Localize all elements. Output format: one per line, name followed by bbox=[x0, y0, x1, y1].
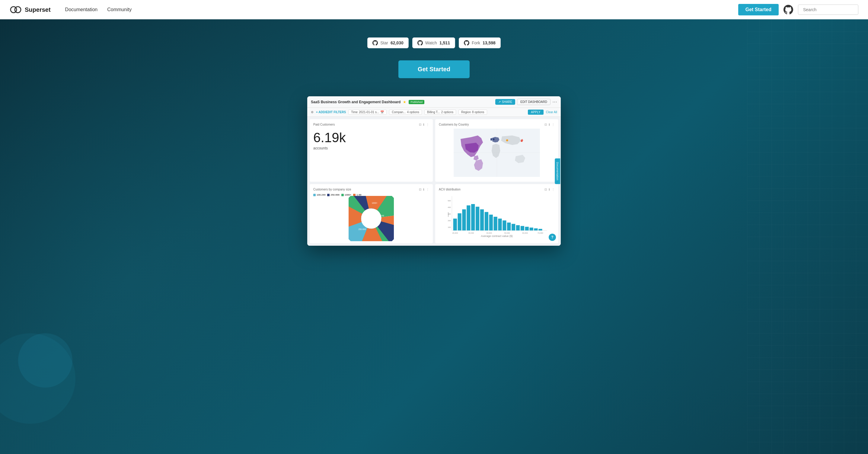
paid-customers-label: accounts bbox=[313, 146, 429, 150]
filter-billing-options: 2 options bbox=[441, 111, 454, 114]
svg-rect-25 bbox=[480, 210, 484, 231]
dashboard-published-badge: Published bbox=[409, 100, 424, 104]
github-watch-button[interactable]: Watch 1,511 bbox=[412, 37, 455, 48]
dashboard-title-row: SaaS Business Growth and Engagement Dash… bbox=[311, 100, 424, 104]
more-icon[interactable]: ⋮ bbox=[426, 123, 429, 126]
svg-rect-28 bbox=[494, 217, 497, 231]
svg-point-11 bbox=[351, 198, 392, 239]
paid-customers-actions: ⊡ ℹ ⋮ bbox=[419, 123, 429, 126]
filter-company-options: 4 options bbox=[407, 111, 419, 114]
dashboard-more-icon[interactable]: ⋯ bbox=[552, 99, 557, 105]
nav-links: Documentation Community bbox=[65, 7, 132, 12]
svg-text:100: 100 bbox=[448, 226, 451, 228]
legend-label-1: 250-999 bbox=[331, 193, 339, 196]
svg-rect-38 bbox=[538, 229, 542, 230]
filter-billing[interactable]: Billing T... 2 options bbox=[424, 110, 456, 115]
svg-rect-29 bbox=[498, 218, 502, 230]
paid-customers-card: Paid Customers ⊡ ℹ ⋮ 6.19k accounts bbox=[310, 119, 433, 182]
dashboard-edit-button[interactable]: EDIT DASHBOARD bbox=[517, 99, 551, 105]
navbar: Superset Documentation Community Get Sta… bbox=[0, 0, 868, 19]
nav-documentation[interactable]: Documentation bbox=[65, 7, 98, 12]
pie-more-icon[interactable]: ⋮ bbox=[426, 188, 429, 191]
dashboard-preview: SaaS Business Growth and Engagement Dash… bbox=[307, 96, 561, 246]
dashboard-body: Paid Customers ⊡ ℹ ⋮ 6.19k accounts Cust… bbox=[307, 117, 561, 246]
svg-text:400: 400 bbox=[448, 206, 451, 208]
customers-by-size-actions: ⊡ ℹ ⋮ bbox=[419, 188, 429, 191]
map-info-icon[interactable]: ℹ bbox=[549, 123, 550, 126]
customers-by-country-actions: ⊡ ℹ ⋮ bbox=[545, 123, 555, 126]
svg-rect-23 bbox=[471, 204, 475, 231]
get-started-nav-button[interactable]: Get Started bbox=[738, 4, 779, 16]
get-started-hero-button[interactable]: Get Started bbox=[398, 60, 470, 78]
svg-rect-36 bbox=[530, 228, 533, 231]
acv-title: ACV distribution bbox=[439, 188, 461, 191]
help-button[interactable]: ? bbox=[549, 234, 556, 241]
filter-icon[interactable]: ⊡ bbox=[419, 123, 421, 126]
svg-point-4 bbox=[493, 139, 495, 140]
paid-customers-value: 6.19k bbox=[313, 131, 429, 144]
customers-by-size-header: Customers by company size ⊡ ℹ ⋮ bbox=[313, 188, 429, 191]
dashboard-star-icon: ★ bbox=[403, 100, 406, 104]
customers-by-country-header: Customers by Country ⊡ ℹ ⋮ bbox=[439, 123, 555, 126]
svg-rect-35 bbox=[525, 227, 529, 230]
search-input[interactable] bbox=[798, 4, 858, 15]
map-more-icon[interactable]: ⋮ bbox=[552, 123, 555, 126]
github-icon-star bbox=[372, 40, 378, 46]
svg-text:200: 200 bbox=[448, 219, 451, 221]
acv-bar-chart: 100 200 300 400 500 bbox=[439, 193, 555, 236]
svg-rect-27 bbox=[489, 215, 493, 231]
svg-text:20,000: 20,000 bbox=[452, 232, 458, 234]
share-icon: ↗ bbox=[498, 100, 501, 103]
filter-time[interactable]: Time 2021-01-01 s... 📅 bbox=[348, 110, 386, 115]
filter-company[interactable]: Compan... 4 options bbox=[389, 110, 422, 115]
map-filter-icon[interactable]: ⊡ bbox=[545, 123, 547, 126]
logo-icon bbox=[10, 4, 22, 16]
svg-text:40,000: 40,000 bbox=[486, 232, 492, 234]
github-star-button[interactable]: Star 62,030 bbox=[367, 37, 409, 48]
add-filters-button[interactable]: + ADD/EDIT FILTERS bbox=[316, 111, 346, 114]
acv-filter-icon[interactable]: ⊡ bbox=[545, 188, 547, 191]
dashboard-share-button[interactable]: ↗ SHARE bbox=[495, 99, 515, 105]
filter-region[interactable]: Region 8 options bbox=[459, 110, 487, 115]
logo[interactable]: Superset bbox=[10, 4, 51, 16]
svg-rect-22 bbox=[467, 205, 470, 230]
navbar-right: Get Started bbox=[738, 4, 858, 16]
documentation-tab[interactable]: Documentation bbox=[555, 158, 560, 184]
svg-rect-37 bbox=[534, 229, 537, 231]
hero-section: Star 62,030 Watch 1,511 Fork 13,598 Get … bbox=[0, 19, 868, 454]
legend-item-1: 250-999 bbox=[327, 193, 339, 196]
svg-text:30,000: 30,000 bbox=[468, 232, 474, 234]
star-label: Star bbox=[380, 40, 388, 45]
dashboard-title: SaaS Business Growth and Engagement Dash… bbox=[311, 100, 401, 104]
github-icon-watch bbox=[417, 40, 423, 46]
filter-region-label: Region bbox=[461, 111, 471, 114]
pie-filter-icon[interactable]: ⊡ bbox=[419, 188, 421, 191]
svg-rect-24 bbox=[476, 207, 479, 231]
decorative-grid bbox=[747, 19, 868, 454]
svg-point-5 bbox=[521, 140, 523, 142]
calendar-icon: 📅 bbox=[380, 111, 384, 114]
svg-point-3 bbox=[506, 139, 508, 141]
customers-by-country-title: Customers by Country bbox=[439, 123, 469, 126]
github-icon-fork bbox=[464, 40, 469, 46]
filter-gear-icon: ⚙ bbox=[311, 111, 314, 114]
star-count: 62,030 bbox=[391, 40, 404, 45]
info-icon[interactable]: ℹ bbox=[423, 123, 424, 126]
svg-rect-19 bbox=[453, 218, 457, 230]
github-nav-icon[interactable] bbox=[783, 5, 793, 14]
legend-dot-0 bbox=[313, 194, 316, 196]
pie-chart-container: 100-249 250-999 1000+ bbox=[313, 198, 429, 240]
fork-count: 13,598 bbox=[483, 40, 496, 45]
paid-customers-header: Paid Customers ⊡ ℹ ⋮ bbox=[313, 123, 429, 126]
acv-more-icon[interactable]: ⋮ bbox=[552, 188, 555, 191]
nav-community[interactable]: Community bbox=[107, 7, 132, 12]
watch-count: 1,511 bbox=[439, 40, 450, 45]
svg-text:60,000: 60,000 bbox=[522, 232, 528, 234]
acv-info-icon[interactable]: ℹ bbox=[549, 188, 550, 191]
filter-time-value: 2021-01-01 s... bbox=[359, 111, 379, 114]
legend-dot-1 bbox=[327, 194, 330, 196]
filter-clear-button[interactable]: Clear All bbox=[546, 111, 557, 114]
github-fork-button[interactable]: Fork 13,598 bbox=[459, 37, 501, 48]
pie-info-icon[interactable]: ℹ bbox=[423, 188, 424, 191]
filter-apply-button[interactable]: APPLY bbox=[528, 110, 544, 115]
